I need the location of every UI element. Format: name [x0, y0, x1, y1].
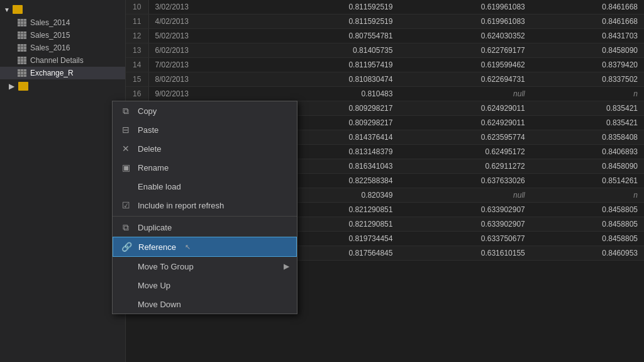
sidebar-item-label: Sales_2015	[30, 31, 70, 40]
table-cell: 0.810483	[267, 87, 399, 101]
table-icon	[18, 57, 26, 64]
table-row: 103/02/20130.8115925190.6199610830.84616…	[126, 0, 644, 14]
table-cell: 0.637633026	[399, 174, 531, 188]
table-cell: 0.8514261	[531, 174, 644, 188]
table-cell: 0.624929011	[399, 101, 531, 116]
menu-item-label-delete: Delete	[138, 144, 162, 154]
menu-item-move-to-group[interactable]: Move To Group▶	[113, 257, 297, 276]
sidebar-item-label: Sales_2016	[30, 43, 70, 52]
table-cell: 0.8461668	[531, 0, 644, 14]
table-row: 147/02/20130.8119574190.6195994620.83794…	[126, 58, 644, 72]
table-cell: 15	[126, 72, 148, 87]
table-cell: 0.633902907	[399, 217, 531, 232]
other-queries-group[interactable]: ▶	[0, 79, 125, 93]
table-cell: 0.624030352	[399, 29, 531, 43]
sidebar-header: ▼	[0, 3, 125, 16]
cursor-indicator: ↖	[185, 243, 191, 251]
table-cell: 10	[126, 0, 148, 14]
table-cell: 0.81405735	[267, 43, 399, 58]
menu-item-enable-load[interactable]: Enable load	[113, 177, 297, 196]
table-cell: 0.622694731	[399, 72, 531, 87]
menu-item-copy[interactable]: ⧉Copy	[113, 101, 297, 120]
sidebar-item-sales2016[interactable]: Sales_2016	[0, 42, 125, 54]
table-cell: 0.8458805	[531, 232, 644, 246]
duplicate-icon: ⧉	[120, 222, 131, 233]
menu-item-move-up[interactable]: Move Up	[113, 276, 297, 295]
sidebar-item-label: Exchange_R	[30, 69, 74, 77]
table-cell: 0.8461668	[531, 14, 644, 29]
table-cell: 0.811592519	[267, 14, 399, 29]
sidebar-item-sales2014[interactable]: Sales_2014	[0, 16, 125, 29]
table-row: 169/02/20130.810483nulln	[126, 87, 644, 101]
menu-item-label-enable-load: Enable load	[138, 182, 181, 191]
sidebar-item-label: Channel Details	[30, 56, 84, 65]
sidebar-item-channeldetails[interactable]: Channel Details	[0, 54, 125, 67]
move-to-group-icon	[120, 261, 131, 272]
enable-load-icon	[120, 181, 131, 192]
table-cell: 0.8337502	[531, 72, 644, 87]
table-cell: 0.619599462	[399, 58, 531, 72]
table-cell: 0.633750677	[399, 232, 531, 246]
sidebar-item-label: Sales_2014	[30, 18, 70, 27]
table-cell: 0.619961083	[399, 14, 531, 29]
table-cell: 0.631610155	[399, 246, 531, 261]
other-folder-icon	[18, 82, 28, 91]
collapse-arrow[interactable]: ▼	[4, 6, 10, 13]
table-icon	[18, 69, 26, 77]
table-cell: 0.8460953	[531, 246, 644, 261]
menu-item-rename[interactable]: ▣Rename	[113, 158, 297, 177]
table-cell: 0.8458805	[531, 203, 644, 217]
table-cell: null	[399, 87, 531, 101]
menu-separator	[113, 216, 297, 217]
table-cell: null	[399, 188, 531, 203]
null-abbrev: n	[633, 89, 638, 98]
rename-icon: ▣	[120, 162, 131, 173]
sidebar-item-exchanger[interactable]: Exchange_R	[0, 67, 125, 79]
table-cell: 4/02/2013	[148, 14, 267, 29]
table-cell: 8/02/2013	[148, 72, 267, 87]
table-cell: n	[531, 188, 644, 203]
table-cell: 0.62495172	[399, 145, 531, 159]
reference-icon: 🔗	[121, 241, 132, 252]
table-cell: 0.8358408	[531, 130, 644, 145]
submenu-arrow-move-to-group: ▶	[284, 262, 289, 271]
copy-icon: ⧉	[120, 105, 131, 116]
paste-icon: ⊟	[120, 124, 131, 135]
delete-icon: ✕	[120, 143, 131, 154]
move-up-icon	[120, 280, 131, 291]
table-cell: 11	[126, 14, 148, 29]
table-cell: 0.619961083	[399, 0, 531, 14]
sidebar-item-sales2015[interactable]: Sales_2015	[0, 29, 125, 42]
table-row: 114/02/20130.8115925190.6199610830.84616…	[126, 14, 644, 29]
table-cell: 0.8458090	[531, 43, 644, 58]
table-cell: 0.8406893	[531, 145, 644, 159]
menu-item-label-move-to-group: Move To Group	[138, 262, 194, 271]
menu-item-move-down[interactable]: Move Down	[113, 295, 297, 314]
table-cell: 6/02/2013	[148, 43, 267, 58]
table-row: 158/02/20130.8108304740.6226947310.83375…	[126, 72, 644, 87]
table-cell: 0.624929011	[399, 116, 531, 130]
table-icon	[18, 31, 26, 39]
table-cell: 0.623595774	[399, 130, 531, 145]
menu-item-duplicate[interactable]: ⧉Duplicate	[113, 218, 297, 237]
table-cell: 0.807554781	[267, 29, 399, 43]
menu-item-reference[interactable]: 🔗Reference↖	[113, 237, 297, 257]
menu-item-label-move-down: Move Down	[138, 300, 181, 309]
table-cell: 0.622769177	[399, 43, 531, 58]
table-cell: 0.811592519	[267, 0, 399, 14]
table-row: 136/02/20130.814057350.6227691770.845809…	[126, 43, 644, 58]
table-icon	[18, 44, 26, 52]
menu-item-label-include-report: Include in report refresh	[138, 201, 224, 210]
table-cell: 16	[126, 87, 148, 101]
table-cell: 9/02/2013	[148, 87, 267, 101]
menu-item-include-report[interactable]: ☑Include in report refresh	[113, 196, 297, 215]
menu-item-paste[interactable]: ⊟Paste	[113, 120, 297, 139]
table-cell: 0.810830474	[267, 72, 399, 87]
menu-item-label-paste: Paste	[138, 125, 158, 135]
folder-icon	[13, 5, 23, 14]
table-cell: 14	[126, 58, 148, 72]
table-cell: 0.62911272	[399, 159, 531, 174]
table-cell: 5/02/2013	[148, 29, 267, 43]
menu-item-delete[interactable]: ✕Delete	[113, 139, 297, 158]
sidebar-items: Sales_2014Sales_2015Sales_2016Channel De…	[0, 16, 125, 79]
